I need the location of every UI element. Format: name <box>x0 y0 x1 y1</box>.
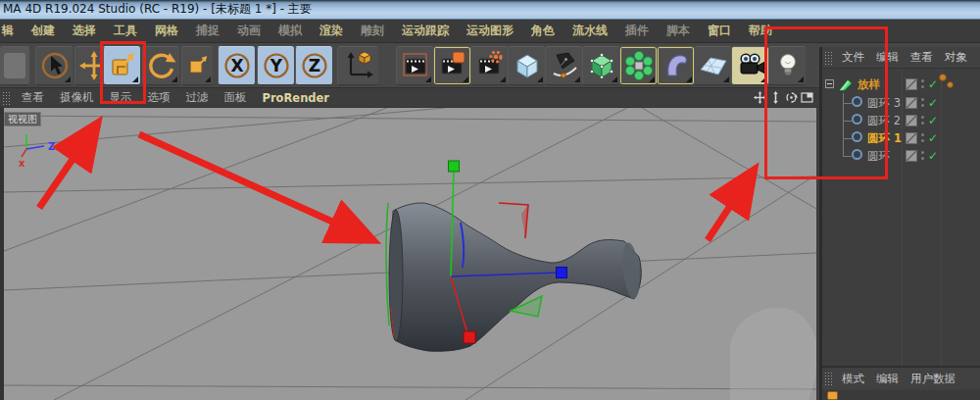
enabled-check[interactable]: ✓ <box>928 77 938 91</box>
object-type-icon <box>827 391 838 400</box>
menu-item-create[interactable]: 创建 <box>23 23 64 39</box>
menu-item-motion-tracker[interactable]: 运动跟踪 <box>393 23 458 39</box>
floor-icon <box>697 49 730 82</box>
pen-icon <box>548 49 581 82</box>
rotate-icon <box>145 49 178 82</box>
camera-button[interactable] <box>731 46 768 85</box>
enabled-check[interactable]: ✓ <box>928 114 938 127</box>
layer-swatch[interactable] <box>906 97 917 109</box>
layer-swatch[interactable] <box>906 115 917 126</box>
enabled-check[interactable]: ✓ <box>928 96 938 110</box>
attribute-manager-body <box>822 390 980 400</box>
coordinate-system-button[interactable] <box>337 46 378 85</box>
title-bar[interactable]: MA 4D R19.024 Studio (RC - R19) - [未标题 1… <box>0 0 980 20</box>
om-menu-view[interactable]: 查看 <box>905 50 939 65</box>
last-used-scale-icon <box>185 53 211 78</box>
menu-item-render[interactable]: 渲染 <box>311 23 352 39</box>
live-selection-button[interactable] <box>35 46 73 85</box>
x-axis-icon: X <box>220 49 254 82</box>
layer-swatch[interactable] <box>906 78 917 90</box>
visibility-dots[interactable] <box>921 133 924 145</box>
am-menu-mode[interactable]: 模式 <box>836 372 870 386</box>
environment-floor-button[interactable] <box>694 46 731 85</box>
mograph-button[interactable] <box>619 46 657 85</box>
visibility-dots[interactable] <box>921 79 924 91</box>
spline-pen-button[interactable] <box>545 46 582 85</box>
menu-item-plugins[interactable]: 插件 <box>616 23 658 39</box>
coordinate-system-icon <box>341 49 376 82</box>
world-axis-indicator: Z x <box>19 134 55 169</box>
menu-item-window[interactable]: 窗口 <box>699 23 740 39</box>
attribute-manager-grip[interactable] <box>824 372 834 385</box>
render-to-picture-viewer-button[interactable] <box>433 46 470 85</box>
cube-icon <box>511 49 544 82</box>
render-picture-viewer-icon <box>436 49 469 82</box>
menu-item-script[interactable]: 脚本 <box>658 23 699 39</box>
undo-icon <box>4 53 25 78</box>
cinema4d-window: MA 4D R19.024 Studio (RC - R19) - [未标题 1… <box>0 0 980 400</box>
vp-menu-filter[interactable]: 过滤 <box>178 90 217 105</box>
z-axis-icon: Z <box>298 49 331 82</box>
visibility-dots[interactable] <box>921 151 924 163</box>
rotation-widget-red <box>499 203 528 238</box>
annotation-rect-object-manager <box>764 26 888 179</box>
viewport-menu-grip[interactable] <box>2 91 12 105</box>
enabled-check[interactable]: ✓ <box>928 149 938 163</box>
svg-text:X: X <box>230 56 243 75</box>
menu-item-mograph[interactable]: 运动图形 <box>458 23 522 39</box>
deformer-button[interactable] <box>657 46 694 85</box>
menu-item-tools[interactable]: 工具 <box>105 23 146 39</box>
camera-icon <box>734 49 767 82</box>
render-view-button[interactable] <box>396 46 433 85</box>
lock-x-axis-button[interactable]: X <box>218 46 255 85</box>
last-used-tool-button[interactable] <box>181 46 213 85</box>
loft-object[interactable] <box>389 203 642 351</box>
attribute-manager-menubar: 模式 编辑 用户数据 <box>822 368 980 389</box>
viewport-scene: Z x <box>4 108 816 400</box>
z-axis-handle <box>557 268 567 278</box>
svg-text:Y: Y <box>269 56 282 75</box>
menu-item-animate[interactable]: 动画 <box>228 23 270 39</box>
subdivision-surface-icon <box>585 49 618 82</box>
mograph-icon <box>622 49 656 82</box>
rotate-tool-button[interactable] <box>142 46 179 85</box>
viewport-watermark <box>730 308 816 400</box>
visibility-dots[interactable] <box>921 116 924 127</box>
window-title: MA 4D R19.024 Studio (RC - R19) - [未标题 1… <box>3 2 312 16</box>
vp-menu-panel[interactable]: 面板 <box>217 90 255 105</box>
vp-menu-view[interactable]: 查看 <box>14 90 52 105</box>
visibility-dots[interactable] <box>921 98 924 110</box>
visibility-dot-orange[interactable] <box>947 81 954 88</box>
menu-item-snap[interactable]: 捕捉 <box>187 23 228 39</box>
menu-item-select[interactable]: 选择 <box>64 23 105 39</box>
lock-z-axis-button[interactable]: Z <box>295 46 332 85</box>
viewport-name-badge: 视视图 <box>4 112 41 126</box>
vp-menu-prorender[interactable]: ProRender <box>255 91 338 105</box>
render-view-icon <box>399 49 432 82</box>
am-menu-userdata[interactable]: 用户数据 <box>905 372 961 386</box>
menu-item-pipeline[interactable]: 流水线 <box>564 23 616 39</box>
annotation-rect-scale-tool <box>100 41 146 104</box>
menu-item-edit-partial[interactable]: 辑 <box>0 23 23 39</box>
x-axis-handle <box>464 331 475 343</box>
undo-button-partial[interactable] <box>0 46 29 85</box>
lock-y-axis-button[interactable]: Y <box>257 46 294 85</box>
am-menu-edit[interactable]: 编辑 <box>870 372 905 386</box>
axis-x-label: x <box>19 158 25 169</box>
menu-item-simulate[interactable]: 模拟 <box>270 23 311 39</box>
vp-menu-camera[interactable]: 摄像机 <box>52 90 102 105</box>
menu-item-mesh[interactable]: 网格 <box>146 23 187 39</box>
enabled-check[interactable]: ✓ <box>928 131 938 145</box>
axis-z-label: Z <box>48 141 55 152</box>
menu-item-character[interactable]: 角色 <box>522 23 564 39</box>
y-axis-handle <box>449 161 460 172</box>
render-settings-button[interactable] <box>470 46 508 85</box>
perspective-viewport[interactable]: Z x <box>4 108 816 400</box>
add-primitive-button[interactable] <box>508 46 545 85</box>
subdivision-surface-button[interactable] <box>582 46 619 85</box>
layer-swatch[interactable] <box>906 132 917 144</box>
visibility-dot-orange[interactable] <box>939 74 947 81</box>
layer-swatch[interactable] <box>906 150 917 162</box>
menu-item-sculpt[interactable]: 雕刻 <box>352 23 393 39</box>
om-menu-objects[interactable]: 对象 <box>939 50 973 65</box>
